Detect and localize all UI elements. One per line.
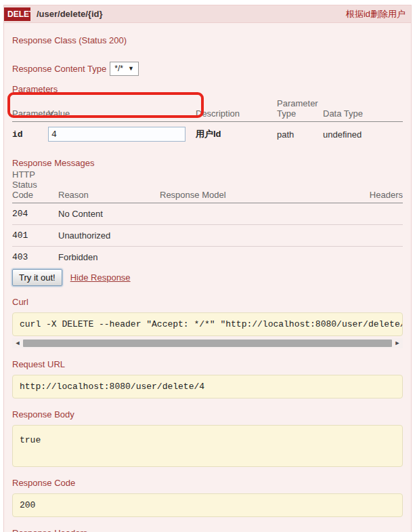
status-code: 204 [12, 209, 58, 219]
request-url-value: http://localhost:8080/user/delete/4 [12, 375, 403, 398]
operation-path[interactable]: /user/delete/{id} [37, 9, 346, 19]
response-code-value: 200 [12, 493, 403, 517]
scroll-left-icon[interactable]: ◄ [12, 338, 23, 348]
status-reason: No Content [58, 209, 160, 219]
table-row: 204 No Content [12, 203, 403, 225]
response-messages-header-row: HTTP Status Code Reason Response Model H… [12, 168, 403, 203]
response-class-label: Response Class (Status 200) [12, 35, 403, 45]
status-code: 403 [12, 252, 58, 262]
col-headers: Headers [359, 188, 403, 203]
http-method-badge: DELETE [4, 7, 30, 21]
selected-content-type: */* [114, 64, 123, 73]
col-response-model: Response Model [160, 188, 359, 203]
response-code-label: Response Code [12, 478, 403, 488]
status-reason: Unauthorized [58, 230, 160, 241]
col-value: Value [48, 107, 196, 121]
response-headers-label: Response Headers [12, 528, 403, 532]
status-code: 401 [12, 230, 58, 241]
parameters-header-row: Parameter Value Description Parameter Ty… [12, 97, 403, 122]
table-row: id 用户Id path undefined [12, 122, 403, 147]
actions-row: Try it out! Hide Response [12, 269, 403, 286]
parameters-table: Parameter Value Description Parameter Ty… [12, 97, 403, 147]
response-messages-label: Response Messages [12, 158, 403, 168]
try-it-out-button[interactable]: Try it out! [12, 269, 62, 286]
status-reason: Forbidden [58, 252, 160, 262]
response-content-type-label: Response Content Type [12, 64, 106, 74]
request-url-label: Request URL [12, 359, 403, 369]
curl-label: Curl [12, 297, 403, 307]
response-content-type-row: Response Content Type */* ▼ [12, 62, 403, 76]
operation-content: Response Class (Status 200) Response Con… [4, 23, 411, 532]
response-content-type-select[interactable]: */* ▼ [110, 62, 139, 76]
curl-command: curl -X DELETE --header "Accept: */*" "h… [12, 312, 403, 336]
col-data-type: Data Type [323, 107, 403, 121]
parameter-name: id [12, 129, 48, 140]
col-parameter-type: Parameter Type [277, 97, 323, 121]
scroll-right-icon[interactable]: ► [392, 338, 403, 348]
col-http-status-code: HTTP Status Code [12, 168, 58, 203]
response-body-value: true [12, 425, 403, 467]
col-parameter: Parameter [12, 107, 48, 121]
col-description: Description [196, 107, 277, 121]
parameter-type: path [277, 129, 323, 140]
parameter-data-type: undefined [323, 129, 403, 140]
hide-response-link[interactable]: Hide Response [70, 272, 131, 283]
response-messages-table: HTTP Status Code Reason Response Model H… [12, 168, 403, 268]
table-row: 403 Forbidden [12, 247, 403, 268]
scrollbar-thumb[interactable] [23, 340, 392, 347]
operation-heading[interactable]: DELETE /user/delete/{id} 根据id删除用户 [4, 5, 411, 23]
parameters-label: Parameters [12, 84, 403, 94]
table-row: 401 Unauthorized [12, 225, 403, 247]
parameter-description: 用户Id [196, 128, 277, 140]
response-body-label: Response Body [12, 409, 403, 420]
operation-panel: DELETE /user/delete/{id} 根据id删除用户 Respon… [3, 5, 412, 532]
horizontal-scrollbar[interactable]: ◄ ► [12, 338, 403, 348]
col-reason: Reason [58, 188, 160, 203]
chevron-down-icon: ▼ [128, 65, 134, 72]
parameter-value-input[interactable] [48, 127, 185, 142]
operation-summary: 根据id删除用户 [346, 8, 406, 20]
